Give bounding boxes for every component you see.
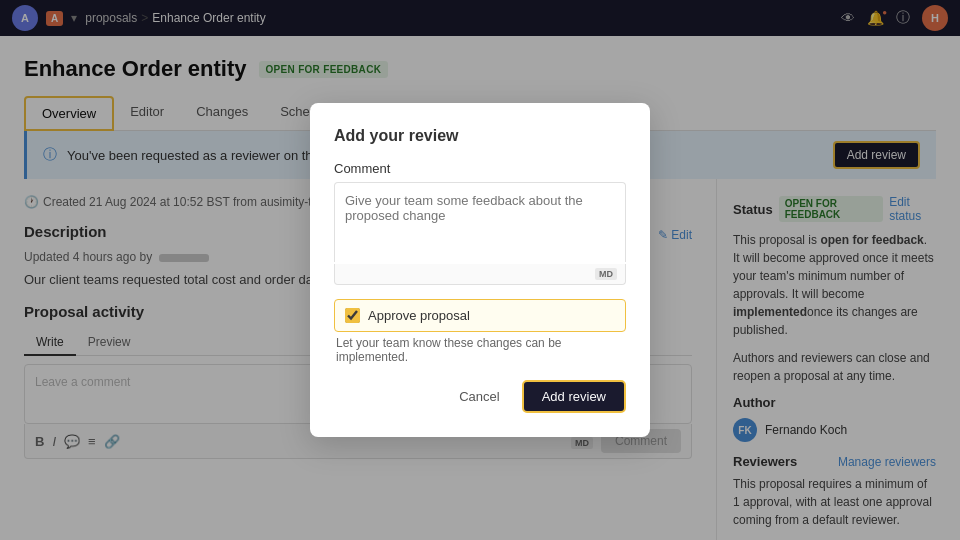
textarea-footer: MD bbox=[334, 264, 626, 285]
modal-actions: Cancel Add review bbox=[334, 380, 626, 413]
approve-proposal-row: Approve proposal bbox=[334, 299, 626, 332]
approve-checkbox[interactable] bbox=[345, 308, 360, 323]
approve-label: Approve proposal bbox=[368, 308, 470, 323]
modal-overlay[interactable]: Add your review Comment MD Approve propo… bbox=[0, 0, 960, 540]
modal-title: Add your review bbox=[334, 127, 626, 145]
add-review-submit-button[interactable]: Add review bbox=[522, 380, 626, 413]
cancel-button[interactable]: Cancel bbox=[447, 383, 511, 410]
comment-input[interactable] bbox=[334, 182, 626, 262]
add-review-modal: Add your review Comment MD Approve propo… bbox=[310, 103, 650, 437]
approve-description: Let your team know these changes can be … bbox=[334, 336, 626, 364]
comment-label: Comment bbox=[334, 161, 626, 176]
md-icon: MD bbox=[595, 268, 617, 280]
